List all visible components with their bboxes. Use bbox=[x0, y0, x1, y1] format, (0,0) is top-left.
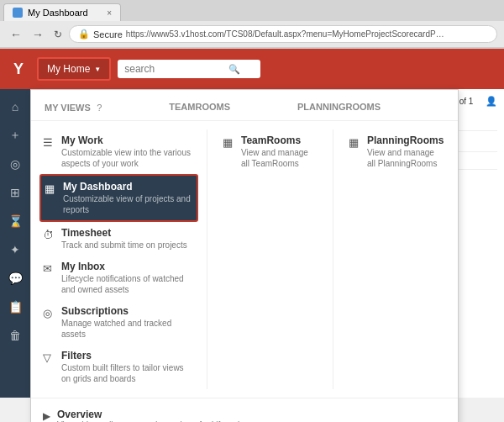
inbox-title: My Inbox bbox=[61, 261, 195, 272]
address-text: https://www53.v1host.com/TCS08/Default.a… bbox=[126, 29, 445, 39]
sidebar-item-sparkle[interactable]: ✦ bbox=[2, 236, 29, 263]
my-dashboard-icon: ▦ bbox=[45, 182, 56, 195]
sidebar-item-add[interactable]: ＋ bbox=[2, 122, 29, 149]
dropdown-header: My Views ? TeamRooms PlanningRooms bbox=[31, 90, 458, 121]
footer-item-overview[interactable]: ▶ Overview View videos, diagrams and ove… bbox=[43, 405, 446, 422]
menu-item-inbox[interactable]: ✉ My Inbox Lifecycle notifications of wa… bbox=[39, 256, 198, 300]
subscriptions-title: Subscriptions bbox=[61, 305, 195, 317]
chevron-down-icon: ▼ bbox=[94, 66, 101, 73]
inbox-text: My Inbox Lifecycle notifications of watc… bbox=[61, 261, 195, 295]
inbox-icon: ✉ bbox=[43, 262, 55, 275]
planningrooms-item-title: PlanningRooms bbox=[367, 135, 444, 146]
menu-item-planningrooms[interactable]: ▦ PlanningRooms View and manage all Plan… bbox=[345, 129, 447, 174]
sidebar-item-chat[interactable]: 💬 bbox=[2, 265, 29, 292]
browser-chrome: My Dashboard × ← → ↻ 🔒 Secure https://ww… bbox=[0, 0, 504, 49]
dropdown-menu: My Views ? TeamRooms PlanningRooms ☰ My … bbox=[30, 89, 459, 422]
teamrooms-text: TeamRooms View and manage all TeamRooms bbox=[241, 135, 318, 169]
app-container: Y My Home ▼ 🔍 ⌂ ＋ ◎ ⊞ ⌛ ✦ 💬 📋 🗑 ◄◄ bbox=[0, 49, 504, 398]
lock-icon: 🔒 bbox=[78, 29, 90, 40]
menu-item-teamrooms[interactable]: ▦ TeamRooms View and manage all TeamRoom… bbox=[219, 129, 321, 174]
menu-item-my-dashboard[interactable]: ▦ My Dashboard Customizable view of proj… bbox=[39, 174, 198, 222]
sidebar-item-circle[interactable]: ◎ bbox=[2, 150, 29, 177]
my-home-button[interactable]: My Home ▼ bbox=[37, 57, 111, 81]
planningrooms-icon: ▦ bbox=[349, 136, 360, 149]
active-tab[interactable]: My Dashboard × bbox=[3, 3, 121, 21]
timesheet-title: Timesheet bbox=[61, 227, 195, 239]
teamrooms-item-title: TeamRooms bbox=[241, 135, 318, 146]
teamrooms-icon: ▦ bbox=[223, 136, 234, 149]
my-views-title: My Views bbox=[45, 103, 91, 113]
inbox-desc: Lifecycle notifications of watched and o… bbox=[61, 273, 195, 295]
subscriptions-text: Subscriptions Manage watched and tracked… bbox=[61, 305, 195, 340]
my-work-text: My Work Customizable view into the vario… bbox=[61, 135, 195, 169]
menu-item-filters[interactable]: ▽ Filters Custom built filters to tailor… bbox=[39, 345, 198, 389]
timesheet-text: Timesheet Track and submit time on proje… bbox=[61, 227, 195, 251]
my-dashboard-title: My Dashboard bbox=[63, 181, 193, 193]
menu-item-my-work[interactable]: ☰ My Work Customizable view into the var… bbox=[39, 129, 198, 174]
tab-title: My Dashboard bbox=[28, 8, 88, 18]
planningrooms-column: ▦ PlanningRooms View and manage all Plan… bbox=[333, 129, 459, 389]
my-dashboard-text: My Dashboard Customizable view of projec… bbox=[63, 181, 193, 215]
my-work-title: My Work bbox=[61, 135, 195, 146]
my-dashboard-desc: Customizable view of projects and report… bbox=[63, 193, 193, 215]
my-home-label: My Home bbox=[47, 63, 90, 75]
my-views-column: ☰ My Work Customizable view into the var… bbox=[31, 129, 207, 389]
overview-title: Overview bbox=[57, 409, 244, 420]
menu-item-timesheet[interactable]: ⏱ Timesheet Track and submit time on pro… bbox=[39, 222, 198, 256]
tab-bar: My Dashboard × bbox=[0, 0, 504, 21]
my-work-desc: Customizable view into the various aspec… bbox=[61, 147, 195, 169]
my-work-icon: ☰ bbox=[43, 136, 55, 149]
sidebar-item-clipboard[interactable]: 📋 bbox=[2, 293, 29, 320]
timesheet-desc: Track and submit time on projects bbox=[61, 240, 195, 251]
sidebar-item-grid[interactable]: ⊞ bbox=[2, 179, 29, 206]
teamrooms-item-desc: View and manage all TeamRooms bbox=[241, 147, 318, 169]
app-header: Y My Home ▼ 🔍 bbox=[0, 49, 504, 89]
nav-bar: ← → ↻ 🔒 Secure https://www53.v1host.com/… bbox=[0, 21, 504, 48]
filters-desc: Custom built filters to tailor views on … bbox=[61, 362, 195, 384]
overview-icon: ▶ bbox=[43, 410, 50, 422]
forward-button[interactable]: → bbox=[29, 26, 47, 43]
menu-item-subscriptions[interactable]: ◎ Subscriptions Manage watched and track… bbox=[39, 300, 198, 345]
tab-close-button[interactable]: × bbox=[107, 8, 112, 18]
subscriptions-desc: Manage watched and tracked assets bbox=[61, 318, 195, 340]
app-logo: Y bbox=[7, 57, 30, 81]
teamrooms-title: TeamRooms bbox=[169, 102, 230, 113]
left-sidebar: ⌂ ＋ ◎ ⊞ ⌛ ✦ 💬 📋 🗑 bbox=[0, 89, 30, 398]
back-button[interactable]: ← bbox=[7, 26, 25, 43]
filters-text: Filters Custom built filters to tailor v… bbox=[61, 350, 195, 384]
search-bar[interactable]: 🔍 bbox=[118, 60, 260, 78]
filters-title: Filters bbox=[61, 350, 195, 361]
content-area: ⌂ ＋ ◎ ⊞ ⌛ ✦ 💬 📋 🗑 ◄◄ ◄ ◄◄ ◄ 1-1 of 1 👤 c… bbox=[0, 89, 504, 398]
user-icon[interactable]: 👤 bbox=[486, 96, 497, 107]
sidebar-item-timer[interactable]: ⌛ bbox=[2, 208, 29, 235]
planningrooms-text: PlanningRooms View and manage all Planni… bbox=[367, 135, 444, 169]
search-input[interactable] bbox=[124, 63, 225, 75]
subscriptions-icon: ◎ bbox=[43, 307, 55, 319]
search-icon: 🔍 bbox=[228, 64, 240, 75]
overview-text: Overview View videos, diagrams and overv… bbox=[57, 409, 244, 422]
my-views-help-icon[interactable]: ? bbox=[97, 103, 102, 113]
address-bar[interactable]: 🔒 Secure https://www53.v1host.com/TCS08/… bbox=[69, 25, 497, 43]
dropdown-footer: ▶ Overview View videos, diagrams and ove… bbox=[31, 398, 458, 422]
main-content: ◄◄ ◄ ◄◄ ◄ 1-1 of 1 👤 cted End Date 2018 … bbox=[30, 89, 504, 398]
sidebar-item-trash[interactable]: 🗑 bbox=[2, 322, 29, 349]
reload-button[interactable]: ↻ bbox=[50, 27, 66, 42]
tab-favicon bbox=[13, 8, 23, 18]
filters-icon: ▽ bbox=[43, 351, 55, 364]
planningrooms-item-desc: View and manage all PlanningRooms bbox=[367, 147, 444, 169]
planningrooms-title: PlanningRooms bbox=[297, 102, 381, 113]
sidebar-item-home[interactable]: ⌂ bbox=[2, 93, 29, 120]
secure-label: Secure bbox=[93, 29, 123, 40]
dropdown-body: ☰ My Work Customizable view into the var… bbox=[31, 121, 458, 398]
my-views-section-header: My Views ? bbox=[45, 102, 102, 113]
timesheet-icon: ⏱ bbox=[43, 229, 55, 241]
teamrooms-column: ▦ TeamRooms View and manage all TeamRoom… bbox=[207, 129, 333, 389]
